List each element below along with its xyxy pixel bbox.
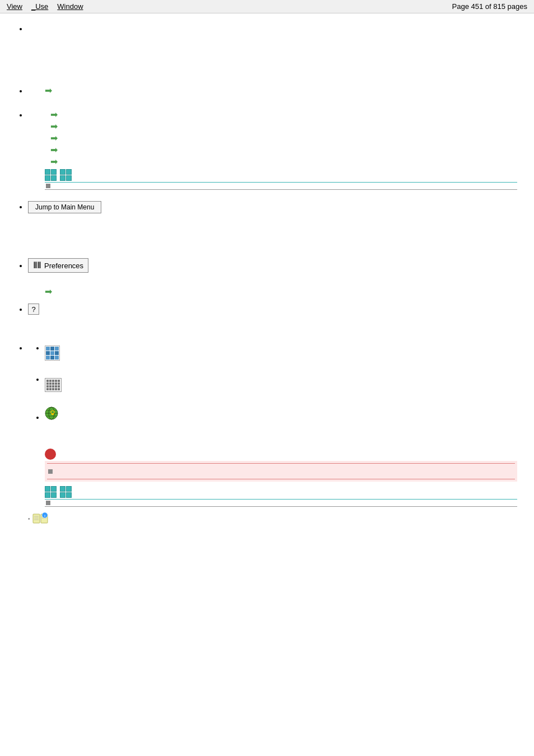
small-square-row-1: [45, 184, 517, 188]
arrow-row-1: ➡: [50, 109, 517, 120]
green-arrow-icon-6: ➡: [50, 156, 58, 167]
gray-separator-1: [45, 189, 517, 190]
small-square-1: [46, 184, 50, 188]
arrow-group: ➡ ➡ ➡ ➡ ➡: [50, 109, 517, 167]
header-nav: View _Use Window: [7, 2, 83, 11]
bullet-dot: •: [28, 516, 30, 522]
list-item-question: ?: [28, 301, 517, 326]
arrow-after-prefs: ➡: [45, 286, 517, 297]
top-level-list: ➡ ➡ ➡ ➡ ➡: [17, 25, 517, 525]
red-circle-icon: [45, 449, 56, 460]
small-square-row-2: [45, 501, 517, 505]
list-item-preferences: ⅡⅡ Preferences ➡: [28, 251, 517, 297]
icon-sub-list: [28, 340, 517, 444]
green-arrow-icon-3: ➡: [50, 121, 58, 132]
books-icon-row-2: [45, 486, 517, 498]
green-arrow-icon-4: ➡: [50, 133, 58, 143]
arrow-row-5: ➡: [50, 156, 517, 167]
small-square-2: [48, 469, 53, 474]
jump-to-main-menu-button[interactable]: Jump to Main Menu: [28, 201, 101, 213]
books-icon-3: [45, 486, 57, 498]
pink-section: [45, 449, 517, 482]
info-book-svg: i: [32, 512, 48, 525]
books-teal-section: [45, 486, 517, 507]
multi-arrow-block: ➡ ➡ ➡ ➡ ➡: [45, 109, 517, 190]
arrow-row-4: ➡: [50, 144, 517, 155]
arrow-item-1: ➡: [45, 85, 517, 96]
arrow-row-3: ➡: [50, 133, 517, 143]
books-icon-4: [60, 486, 72, 498]
preferences-button[interactable]: ⅡⅡ Preferences: [28, 258, 88, 273]
sub-item-grid1: [45, 340, 517, 372]
list-item-2: ➡: [28, 76, 517, 96]
pink-line-row-2: [45, 477, 517, 482]
pink-line-row: [45, 461, 517, 466]
green-arrow-icon-5: ➡: [50, 144, 58, 155]
svg-rect-6: [51, 413, 54, 415]
window-link[interactable]: Window: [57, 2, 83, 11]
globe-svg: [45, 407, 58, 420]
globe-icon: [45, 407, 58, 420]
pink-separator: [47, 463, 515, 464]
list-item-icons: • i: [28, 330, 517, 525]
books-icon-row: [45, 169, 517, 181]
books-icon-small-2: [60, 169, 72, 181]
teal-separator-2: [45, 499, 517, 500]
arrow-row-2: ➡: [50, 121, 517, 132]
pink-square-row: [45, 466, 517, 477]
info-book-icon: i: [32, 512, 48, 525]
preferences-icon: ⅡⅡ: [33, 260, 41, 270]
checker-grid-icon: [45, 346, 60, 361]
green-arrow-icon-7: ➡: [45, 286, 52, 297]
red-circle-row: [45, 449, 517, 460]
preferences-label: Preferences: [44, 262, 83, 270]
sub-item-globe: [45, 403, 517, 444]
header-bar: View _Use Window Page 451 of 815 pages: [0, 0, 534, 13]
page-info: Page 451 of 815 pages: [452, 2, 527, 11]
green-arrow-icon-2: ➡: [50, 109, 58, 120]
books-icon-small: [45, 169, 57, 181]
use-link[interactable]: _Use: [31, 2, 48, 11]
question-mark-box[interactable]: ?: [28, 304, 39, 315]
teal-separator-1: [45, 182, 517, 183]
pink-separator-2: [47, 479, 515, 479]
list-item-1: [28, 25, 517, 72]
main-content: ➡ ➡ ➡ ➡ ➡: [0, 13, 534, 540]
sub-item-dotgrid: [45, 372, 517, 403]
dot-grid-icon: [45, 378, 62, 392]
list-item-3: ➡ ➡ ➡ ➡ ➡: [28, 100, 517, 190]
small-square-3: [46, 501, 50, 505]
gray-separator-2: [45, 506, 517, 507]
list-item-jump: Jump to Main Menu: [28, 194, 517, 247]
info-book-row: • i: [28, 512, 517, 525]
svg-rect-7: [33, 514, 40, 523]
view-link[interactable]: View: [7, 2, 22, 11]
green-arrow-icon-1: ➡: [45, 85, 52, 96]
